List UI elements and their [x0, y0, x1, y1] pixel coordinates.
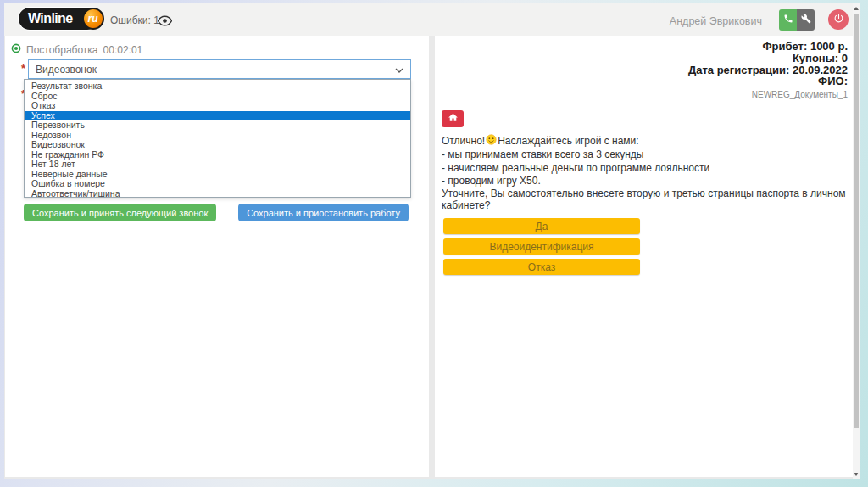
chevron-down-icon [395, 64, 403, 76]
client-script-panel: Фрибет: 1000 р. Купоны: 0 Дата регистрац… [435, 36, 853, 477]
scrollbar-down-arrow[interactable] [854, 473, 859, 476]
call-result-dropdown: Результат звонка Сброс Отказ Успех Перез… [24, 79, 411, 198]
dropdown-option[interactable]: Отказ [25, 101, 410, 111]
script-text: Отлично! Наслаждайтесь игрой с нами: - м… [442, 134, 709, 188]
dropdown-option[interactable]: Перезвонить [25, 120, 410, 131]
answer-video-id-button[interactable]: Видеоидентификация [443, 238, 640, 255]
scrollbar[interactable] [853, 3, 860, 479]
eye-icon[interactable] [158, 14, 172, 30]
call-result-select[interactable]: Видеозвонок [28, 59, 411, 79]
home-button[interactable] [442, 110, 464, 127]
save-and-pause-button[interactable]: Сохранить и приостановить работу [238, 204, 409, 221]
dropdown-option[interactable]: Не гражданин РФ [25, 150, 410, 160]
errors-counter: Ошибки: 1 [110, 14, 159, 26]
phone-icon [783, 14, 793, 26]
app-window: Winline ru Ошибки: 1 Андрей Эврикович По… [4, 3, 860, 479]
logo-text: Winline [28, 11, 73, 26]
settings-button[interactable] [797, 9, 815, 31]
logout-power-button[interactable] [828, 9, 849, 30]
client-coupons: Купоны: 0 [688, 53, 848, 64]
client-freebet: Фрибет: 1000 р. [688, 41, 848, 53]
greeting-suffix: Наслаждайтесь игрой с нами: [498, 135, 638, 148]
agent-name: Андрей Эврикович [670, 15, 762, 27]
dropdown-option[interactable]: Ошибка в номере [25, 179, 410, 189]
status-label: Постобработка [26, 44, 98, 56]
greeting-prefix: Отлично! [442, 135, 485, 148]
dropdown-option[interactable]: Видеозвонок [25, 140, 410, 150]
call-controls [779, 9, 815, 31]
script-greeting: Отлично! Наслаждайтесь игрой с нами: [442, 134, 709, 148]
script-bullet: - начисляем реальные деньги по программе… [442, 162, 709, 175]
status-timer: 00:02:01 [103, 44, 143, 56]
smiley-emoji [486, 134, 497, 148]
client-fio: ФИО: [688, 76, 848, 87]
script-bullet: - проводим игру X50. [442, 175, 709, 188]
save-and-next-call-button[interactable]: Сохранить и принять следующий звонок [24, 204, 216, 221]
answer-yes-button[interactable]: Да [443, 218, 640, 234]
dropdown-option[interactable]: Сброс [25, 92, 410, 102]
dropdown-option[interactable]: Результат звонка [25, 81, 410, 92]
record-status-icon [11, 43, 21, 56]
script-doc-label: NEWREG_Документы_1 [752, 90, 848, 99]
header-bar: Winline ru Ошибки: 1 Андрей Эврикович [4, 3, 860, 36]
scrollbar-thumb[interactable] [854, 14, 859, 428]
select-value: Видеозвонок [36, 64, 97, 76]
dropdown-option[interactable]: Нет 18 лет [25, 160, 410, 170]
dropdown-option[interactable]: Автоответчик/тишина [25, 189, 410, 199]
logo-pill: Winline ru [19, 8, 98, 30]
phone-button[interactable] [779, 9, 797, 31]
scrollbar-up-arrow[interactable] [854, 7, 859, 10]
home-icon [448, 112, 459, 126]
required-marker: * [21, 62, 25, 75]
call-result-panel: Постобработка 00:02:01 * * Видеозвонок Р… [5, 36, 429, 477]
power-icon [833, 13, 844, 26]
postprocessing-status: Постобработка 00:02:01 [11, 43, 142, 56]
winline-logo: Winline ru [19, 8, 98, 30]
answer-buttons: Да Видеоидентификация Отказ [443, 218, 640, 275]
answer-refuse-button[interactable]: Отказ [443, 259, 640, 275]
client-reg-date: Дата регистрации: 20.09.2022 [688, 64, 848, 76]
client-info: Фрибет: 1000 р. Купоны: 0 Дата регистрац… [688, 41, 848, 87]
script-bullet: - мы принимаем ставки всего за 3 секунды [442, 148, 709, 161]
wrench-icon [801, 14, 811, 26]
script-question: Уточните, Вы самостоятельно внесете втор… [442, 188, 853, 211]
logo-ru-badge: ru [82, 8, 104, 30]
